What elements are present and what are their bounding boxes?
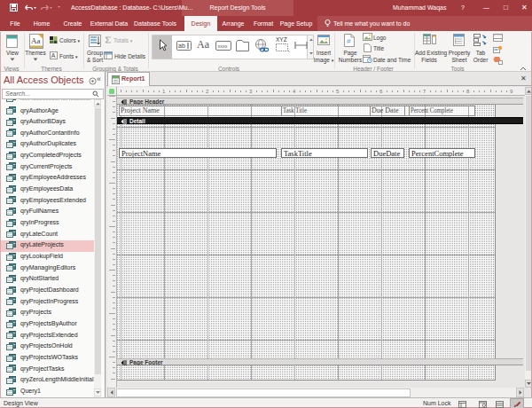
svg-text:A: A [51,52,56,59]
svg-text:Aa: Aa [31,36,41,45]
svg-text:xxxx: xxxx [218,43,228,49]
svg-text:#: # [347,37,351,45]
svg-text:ab: ab [178,43,185,49]
svg-text:XYZ: XYZ [276,36,287,43]
